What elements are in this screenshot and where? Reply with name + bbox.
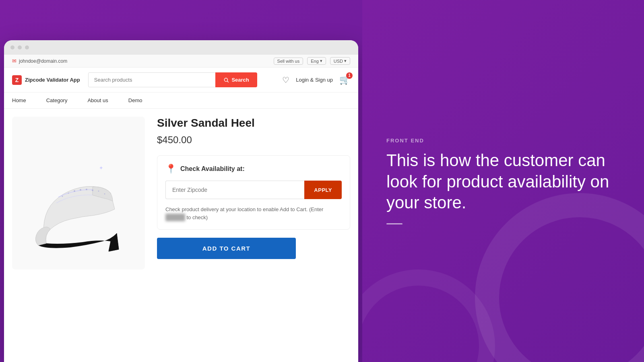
product-name: Silver Sandal Heel: [157, 117, 350, 130]
zipcode-blur: zipcode: [165, 214, 185, 222]
search-button[interactable]: Search: [215, 72, 257, 87]
zipcode-row: APPLY: [165, 181, 342, 199]
wishlist-icon[interactable]: ♡: [282, 75, 289, 85]
product-image: [22, 129, 135, 257]
svg-line-1: [227, 81, 229, 82]
logo-area: Z Zipcode Validator App: [12, 75, 80, 85]
top-bar: ✉ johndoe@domain.com Sell with us Eng ▾ …: [4, 55, 358, 68]
email-icon: ✉: [12, 58, 17, 64]
navigation: Home Category About us Demo: [4, 93, 358, 109]
browser-dot-red: [10, 45, 14, 49]
svg-point-7: [62, 196, 63, 197]
right-panel: FRONT END This is how the customer can l…: [362, 0, 644, 362]
browser-dot-green: [25, 45, 29, 49]
header-actions: ♡ Login & Sign up 🛒 1: [282, 75, 350, 85]
logo-letter: Z: [15, 77, 19, 83]
cart-badge: 1: [346, 72, 353, 79]
cart-wrapper[interactable]: 🛒 1: [339, 75, 350, 85]
browser-chrome: [4, 40, 358, 55]
currency-chevron: ▾: [344, 58, 347, 64]
location-pin-icon: 📍: [165, 164, 176, 174]
search-button-label: Search: [231, 77, 249, 83]
product-price: $450.00: [157, 134, 350, 146]
availability-header: 📍 Check Availability at:: [165, 164, 342, 174]
availability-note: Check product delivery at your location …: [165, 206, 342, 221]
search-area: Search: [88, 72, 257, 87]
logo-text: Zipcode Validator App: [25, 77, 80, 83]
apply-button[interactable]: APPLY: [304, 181, 342, 199]
availability-section: 📍 Check Availability at: APPLY Check pro…: [157, 155, 350, 230]
svg-point-0: [225, 78, 228, 81]
currency-selector[interactable]: USD ▾: [330, 57, 350, 65]
search-icon: [223, 77, 229, 83]
product-page: Silver Sandal Heel $450.00 📍 Check Avail…: [4, 109, 358, 278]
browser-content: ✉ johndoe@domain.com Sell with us Eng ▾ …: [4, 55, 358, 362]
svg-point-4: [86, 189, 87, 190]
browser-mockup: ✉ johndoe@domain.com Sell with us Eng ▾ …: [4, 40, 358, 362]
product-details: Silver Sandal Heel $450.00 📍 Check Avail…: [157, 117, 350, 269]
add-to-cart-button[interactable]: ADD TO CART: [157, 238, 296, 259]
search-input-wrapper: [88, 72, 216, 87]
nav-demo[interactable]: Demo: [128, 96, 142, 105]
product-image-area: [12, 117, 145, 269]
login-signup-button[interactable]: Login & Sign up: [296, 77, 333, 83]
nav-about[interactable]: About us: [87, 96, 108, 105]
svg-point-9: [104, 193, 105, 195]
top-bar-right: Sell with us Eng ▾ USD ▾: [274, 57, 350, 65]
svg-point-3: [80, 189, 81, 191]
search-input[interactable]: [89, 73, 216, 87]
availability-title: Check Availability at:: [180, 165, 245, 173]
language-selector[interactable]: Eng ▾: [307, 57, 326, 65]
svg-point-6: [68, 193, 69, 194]
front-end-label: FRONT END: [386, 138, 620, 144]
headline-divider: [386, 223, 402, 224]
currency-label: USD: [334, 59, 343, 64]
zipcode-input[interactable]: [165, 181, 304, 199]
nav-home[interactable]: Home: [12, 96, 26, 105]
browser-dot-yellow: [18, 45, 22, 49]
main-headline: This is how the customer can look for pr…: [386, 150, 620, 214]
logo-icon: Z: [12, 75, 22, 85]
language-label: Eng: [311, 59, 319, 64]
svg-point-5: [92, 189, 93, 191]
availability-note-before: Check product delivery at your location …: [165, 206, 323, 212]
sell-with-us-button[interactable]: Sell with us: [274, 58, 303, 65]
top-bar-email: johndoe@domain.com: [19, 58, 67, 64]
header: Z Zipcode Validator App Search: [4, 68, 358, 93]
top-bar-left: ✉ johndoe@domain.com: [12, 58, 67, 64]
language-chevron: ▾: [320, 58, 322, 64]
nav-category[interactable]: Category: [46, 96, 68, 105]
svg-point-2: [74, 190, 75, 192]
availability-note-after: to check): [186, 214, 208, 220]
svg-point-8: [98, 191, 99, 192]
